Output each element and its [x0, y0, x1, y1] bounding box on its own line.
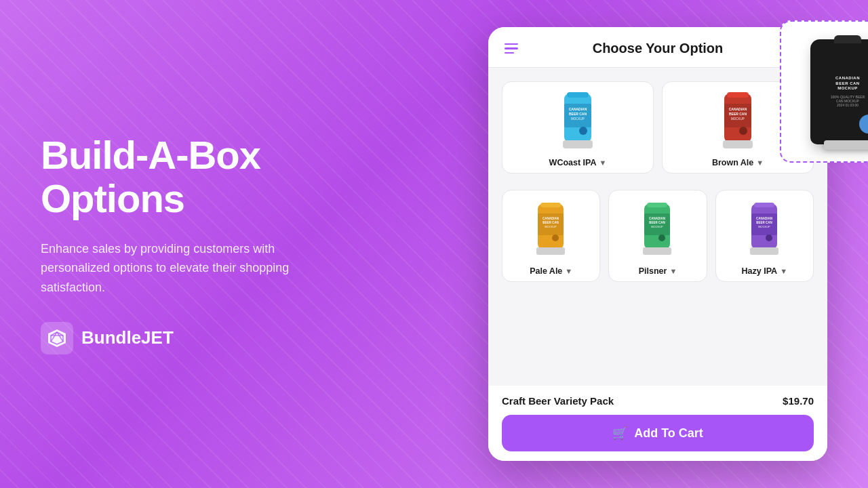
svg-text:CANADIAN: CANADIAN: [569, 107, 587, 111]
hero-subtitle: Enhance sales by providing customers wit…: [41, 239, 326, 298]
beer-can-hazy-ipa: CANADIAN BEER CAN MOCKUP: [741, 199, 788, 260]
product-cell-wcoast-ipa: CANADIAN BEER CAN MOCKUP WCoast IPA ▼: [502, 81, 654, 174]
svg-text:MOCKUP: MOCKUP: [545, 225, 557, 228]
dropdown-brown-ale-arrow: ▼: [756, 159, 764, 167]
can-svg-pilsner: CANADIAN BEER CAN MOCKUP: [639, 201, 676, 257]
svg-text:CANADIAN: CANADIAN: [649, 217, 665, 220]
svg-text:BEER CAN: BEER CAN: [650, 221, 666, 224]
card-footer: Craft Beer Variety Pack $19.70 🛒 Add To …: [488, 386, 827, 461]
svg-rect-11: [567, 92, 589, 98]
floating-can-badge: [859, 115, 868, 134]
svg-point-10: [579, 127, 587, 135]
svg-rect-28: [536, 247, 565, 255]
pack-label: Craft Beer Variety Pack: [502, 395, 614, 407]
svg-text:CANADIAN: CANADIAN: [542, 217, 559, 220]
dropdown-wcoast-label: WCoast IPA: [549, 158, 597, 167]
beer-can-brown-ale: CANADIAN BEER CAN MOCKUP: [714, 90, 762, 151]
dropdown-pilsner-label: Pilsner: [639, 266, 667, 276]
bottom-product-row: CANADIAN BEER CAN MOCKUP Pale Ale ▼ C: [488, 184, 827, 293]
svg-point-18: [739, 127, 747, 135]
can-svg-wcoast: CANADIAN BEER CAN MOCKUP: [557, 90, 598, 151]
product-cell-hazy-ipa: CANADIAN BEER CAN MOCKUP Hazy IPA ▼: [715, 190, 814, 282]
dropdown-pale-ale-label: Pale Ale: [530, 266, 562, 276]
svg-rect-43: [754, 203, 774, 207]
svg-text:BEER CAN: BEER CAN: [729, 112, 747, 116]
cart-icon: 🛒: [612, 426, 627, 441]
can-base: [824, 140, 868, 150]
floating-product-popup: CANADIANBEER CANMOCKUP 100% QUALITY BEER…: [780, 20, 868, 163]
hamburger-line-1: [505, 43, 518, 45]
brand-logo: [41, 322, 73, 354]
can-top: [834, 35, 861, 43]
svg-text:MOCKUP: MOCKUP: [758, 225, 770, 228]
svg-rect-36: [643, 247, 671, 255]
svg-text:MOCKUP: MOCKUP: [571, 117, 585, 121]
floating-can-label: CANADIANBEER CANMOCKUP: [835, 76, 860, 92]
floating-can-sublabel: 100% QUALITY BEERCAN MOCKUP2024 01:03:00: [831, 95, 865, 107]
svg-text:BEER CAN: BEER CAN: [542, 221, 559, 224]
svg-rect-20: [723, 140, 753, 148]
beer-can-wcoast: CANADIAN BEER CAN MOCKUP: [554, 90, 601, 151]
dropdown-hazy-ipa-label: Hazy IPA: [742, 266, 778, 276]
svg-text:CANADIAN: CANADIAN: [729, 107, 747, 111]
price-label: $19.70: [783, 395, 814, 407]
brand-row: BundleJET: [41, 322, 366, 354]
svg-text:BEER CAN: BEER CAN: [756, 221, 772, 224]
hamburger-line-3: [505, 52, 514, 54]
hamburger-icon[interactable]: [505, 43, 518, 54]
hamburger-line-2: [505, 47, 518, 49]
svg-rect-27: [540, 203, 561, 207]
floating-can: CANADIANBEER CANMOCKUP 100% QUALITY BEER…: [810, 39, 868, 144]
svg-text:MOCKUP: MOCKUP: [652, 225, 664, 228]
ui-card: CANADIANBEER CANMOCKUP 100% QUALITY BEER…: [488, 27, 827, 461]
add-to-cart-button[interactable]: 🛒 Add To Cart: [502, 415, 814, 451]
dropdown-hazy-ipa-arrow: ▼: [780, 267, 787, 275]
dropdown-wcoast[interactable]: WCoast IPA ▼: [508, 158, 648, 167]
add-to-cart-label: Add To Cart: [634, 426, 703, 441]
can-svg-pale-ale: CANADIAN BEER CAN MOCKUP: [532, 201, 570, 257]
can-svg-hazy-ipa: CANADIAN BEER CAN MOCKUP: [746, 201, 783, 257]
beer-can-pilsner: CANADIAN BEER CAN MOCKUP: [634, 199, 682, 260]
dropdown-brown-ale-label: Brown Ale: [712, 158, 753, 167]
dropdown-pilsner-arrow: ▼: [669, 267, 677, 275]
svg-point-26: [552, 235, 559, 241]
hero-title: Build-A-BoxOptions: [41, 134, 366, 220]
brand-name: BundleJET: [81, 327, 174, 348]
product-cell-pilsner: CANADIAN BEER CAN MOCKUP Pilsner ▼: [608, 190, 707, 282]
brand-logo-icon: [47, 328, 67, 348]
svg-text:MOCKUP: MOCKUP: [731, 117, 745, 121]
dropdown-pale-ale-arrow: ▼: [565, 267, 572, 275]
svg-text:BEER CAN: BEER CAN: [569, 112, 587, 116]
card-header: Choose Your Option: [488, 27, 827, 68]
top-product-row: CANADIAN BEER CAN MOCKUP WCoast IPA ▼: [488, 68, 827, 184]
dropdown-hazy-ipa[interactable]: Hazy IPA ▼: [722, 266, 808, 276]
svg-rect-35: [647, 203, 667, 207]
svg-rect-19: [727, 92, 749, 98]
svg-rect-12: [563, 140, 593, 148]
product-cell-pale-ale: CANADIAN BEER CAN MOCKUP Pale Ale ▼: [502, 190, 600, 282]
svg-point-42: [766, 235, 772, 241]
beer-can-pale-ale: CANADIAN BEER CAN MOCKUP: [528, 199, 575, 260]
can-svg-brown-ale: CANADIAN BEER CAN MOCKUP: [717, 90, 758, 151]
dropdown-pale-ale[interactable]: Pale Ale ▼: [508, 266, 594, 276]
svg-point-34: [658, 235, 665, 241]
dropdown-pilsner[interactable]: Pilsner ▼: [614, 266, 701, 276]
card-title: Choose Your Option: [529, 41, 811, 56]
price-row: Craft Beer Variety Pack $19.70: [502, 395, 814, 407]
left-panel: Build-A-BoxOptions Enhance sales by prov…: [41, 0, 366, 488]
svg-rect-44: [750, 247, 778, 255]
dropdown-wcoast-arrow: ▼: [599, 159, 607, 167]
svg-text:CANADIAN: CANADIAN: [756, 217, 772, 220]
